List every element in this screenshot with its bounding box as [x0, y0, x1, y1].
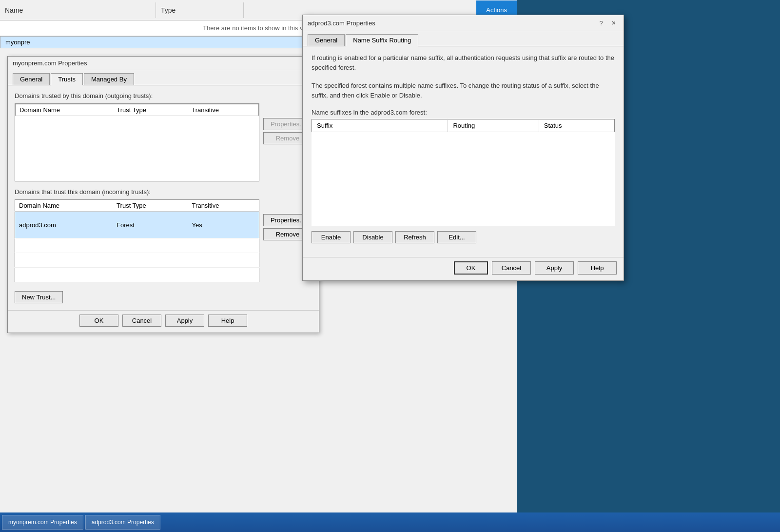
new-trust-container: New Trust... [15, 291, 312, 303]
adprod-title-bar: adprod3.com Properties ? × [303, 15, 624, 31]
outgoing-trusts-label: Domains trusted by this domain (outgoing… [15, 92, 312, 99]
adprod-ok-btn[interactable]: OK [454, 261, 488, 275]
col-name: Name [0, 2, 156, 18]
new-trust-btn[interactable]: New Trust... [15, 291, 63, 303]
outgoing-trust-table: Domain Name Trust Type Transitive [15, 103, 259, 181]
adprod-help-btn[interactable]: Help [578, 261, 617, 275]
myonprem-tab-bar: General Trusts Managed By [8, 70, 319, 85]
tab-trusts[interactable]: Trusts [51, 73, 83, 85]
incoming-empty-row3 [15, 268, 259, 282]
suffix-col-suffix: Suffix [312, 119, 448, 132]
myonprem-properties-dialog: myonprem.com Properties ? General Trusts… [7, 56, 319, 333]
adprod-tab-bar: General Name Suffix Routing [303, 31, 624, 46]
incoming-trust-table: Domain Name Trust Type Transitive adprod… [15, 199, 259, 282]
incoming-table-wrapper: Domain Name Trust Type Transitive adprod… [15, 199, 259, 284]
action-buttons-row: Enable Disable Refresh Edit... [312, 231, 615, 243]
myonprem-ok-btn[interactable]: OK [79, 315, 118, 327]
incoming-transitive-cell: Yes [188, 212, 259, 238]
outgoing-table-wrapper: Domain Name Trust Type Transitive [15, 103, 259, 181]
incoming-col-transitive: Transitive [188, 200, 259, 212]
myonprem-help-btn[interactable]: Help [208, 315, 247, 327]
adprod-cancel-btn[interactable]: Cancel [492, 261, 531, 275]
adprod-footer: OK Cancel Apply Help [303, 257, 624, 280]
col-type: Type [156, 2, 244, 18]
disable-btn[interactable]: Disable [353, 231, 392, 243]
info-text-2: The specified forest contains multiple n… [312, 81, 615, 100]
outgoing-trust-header: Domain Name Trust Type Transitive [15, 104, 259, 116]
adprod-title-text: adprod3.com Properties [308, 20, 375, 27]
incoming-col-trusttype: Trust Type [113, 200, 188, 212]
myonprem-footer: OK Cancel Apply Help [8, 310, 319, 333]
adprod-close-btn[interactable]: × [609, 18, 619, 28]
incoming-trusttype-cell: Forest [113, 212, 188, 238]
tab-managed-by[interactable]: Managed By [84, 73, 134, 85]
outgoing-col-transitive: Transitive [188, 104, 258, 116]
adprod-apply-btn[interactable]: Apply [535, 261, 574, 275]
myonprem-title-text: myonprem.com Properties [13, 59, 87, 67]
outgoing-col-domain: Domain Name [16, 104, 113, 116]
taskbar-myonprem[interactable]: myonprem.com Properties [2, 515, 83, 530]
taskbar: myonprem.com Properties adprod3.com Prop… [0, 512, 780, 532]
adprod-tab-general[interactable]: General [308, 34, 345, 46]
incoming-empty-row1 [15, 238, 259, 253]
adprod-content: If routing is enabled for a particular n… [303, 46, 624, 257]
edit-btn[interactable]: Edit... [437, 231, 476, 243]
tab-general[interactable]: General [13, 73, 50, 85]
enable-btn[interactable]: Enable [312, 231, 351, 243]
incoming-col-domain: Domain Name [15, 200, 113, 212]
incoming-domain-cell: adprod3.com [15, 212, 113, 238]
incoming-empty-row2 [15, 253, 259, 268]
adprod-properties-dialog: adprod3.com Properties ? × General Name … [302, 15, 624, 281]
taskbar-adprod[interactable]: adprod3.com Properties [85, 515, 160, 530]
suffix-col-status: Status [539, 119, 614, 132]
incoming-trust-row[interactable]: adprod3.com Forest Yes [15, 212, 259, 238]
incoming-trusts-section: Domain Name Trust Type Transitive adprod… [15, 199, 312, 284]
suffix-table-body [312, 132, 615, 226]
myonprem-apply-btn[interactable]: Apply [165, 315, 204, 327]
outgoing-col-trusttype: Trust Type [113, 104, 188, 116]
suffix-table: Suffix Routing Status [312, 119, 615, 226]
adprod-help-icon[interactable]: ? [600, 20, 603, 27]
incoming-trusts-label: Domains that trust this domain (incoming… [15, 188, 312, 196]
suffix-col-routing: Routing [448, 119, 539, 132]
myonprem-title-bar: myonprem.com Properties ? [8, 57, 319, 70]
adprod-tab-name-suffix[interactable]: Name Suffix Routing [346, 34, 418, 46]
outgoing-trusts-section: Domain Name Trust Type Transitive Proper… [15, 103, 312, 181]
refresh-btn[interactable]: Refresh [395, 231, 434, 243]
info-text-1: If routing is enabled for a particular n… [312, 53, 615, 72]
myonprem-cancel-btn[interactable]: Cancel [122, 315, 161, 327]
myonprem-content: Domains trusted by this domain (outgoing… [8, 85, 319, 310]
suffix-section-label: Name suffixes in the adprod3.com forest: [312, 109, 615, 116]
